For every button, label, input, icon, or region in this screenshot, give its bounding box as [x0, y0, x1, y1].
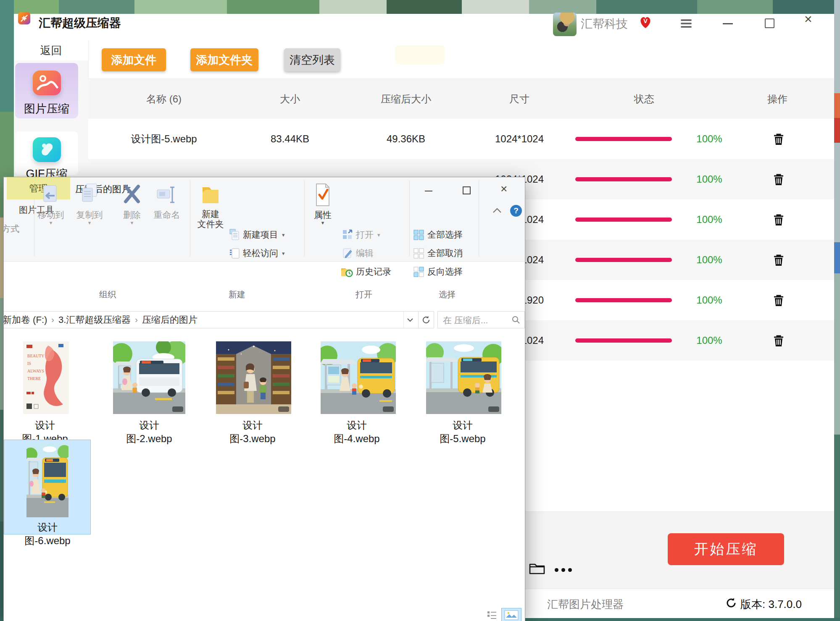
- file-thumbnail[interactable]: [113, 341, 185, 414]
- minimize-button[interactable]: [723, 23, 733, 24]
- progress-bar: [575, 258, 672, 262]
- progress-bar: [575, 177, 672, 181]
- file-name-label[interactable]: 设计图-5.webp: [435, 419, 490, 445]
- svg-text:THERE: THERE: [27, 376, 41, 381]
- account-name[interactable]: 汇帮科技: [581, 16, 628, 32]
- version-text: 版本: 3.7.0.0: [740, 597, 802, 612]
- close-button[interactable]: ×: [804, 13, 812, 25]
- rename-button[interactable]: 重命名: [149, 181, 185, 257]
- maximize-button[interactable]: [765, 18, 774, 28]
- start-compress-button[interactable]: 开始压缩: [668, 533, 784, 565]
- highlight-artifact: [395, 45, 445, 64]
- delete-button[interactable]: 删除: [114, 181, 150, 257]
- easy-access-button[interactable]: 轻松访问▾: [229, 245, 285, 262]
- move-to-button[interactable]: 移动到: [33, 181, 69, 257]
- search-box[interactable]: [437, 311, 525, 328]
- svg-text:BEAUTY: BEAUTY: [27, 354, 45, 358]
- gif-compress-icon: [33, 137, 61, 162]
- breadcrumb-separator-icon: ›: [135, 315, 138, 325]
- close-button[interactable]: ×: [500, 183, 507, 195]
- col-name: 名称 (6): [113, 79, 214, 119]
- progress-percent: 100%: [688, 199, 730, 240]
- delete-file-button[interactable]: [772, 253, 786, 267]
- desktop-wallpaper: [0, 0, 840, 14]
- help-icon[interactable]: ?: [510, 205, 522, 217]
- group-label-select: 选择: [429, 289, 465, 300]
- col-status: 状态: [602, 79, 686, 119]
- search-input[interactable]: [442, 315, 507, 326]
- file-name-label[interactable]: 设计图-2.webp: [122, 419, 176, 445]
- file-thumbnail[interactable]: [216, 341, 291, 414]
- edit-button[interactable]: 编辑: [342, 245, 374, 262]
- sidebar-item-image-compress[interactable]: 图片压缩: [15, 63, 78, 118]
- file-name-label[interactable]: 设计图-4.webp: [329, 419, 384, 445]
- col-actions: 操作: [756, 79, 798, 119]
- address-bar[interactable]: 新加卷 (F:) › 3.汇帮超级压缩器 › 压缩后的图片: [3, 311, 419, 328]
- explorer-window: 管理 压缩后的图片 × 图片工具 ? 径 捷方式 移动到 复制到: [3, 177, 525, 621]
- breadcrumb-item[interactable]: 3.汇帮超级压缩器: [54, 314, 135, 326]
- properties-button[interactable]: 属性: [305, 181, 341, 257]
- footer-brand: 汇帮图片处理器: [547, 597, 624, 612]
- select-none-icon: [413, 248, 424, 259]
- col-size: 大小: [248, 79, 332, 119]
- progress-bar: [575, 217, 672, 222]
- selected-file-item[interactable]: 设计图-6.webp: [4, 440, 91, 535]
- breadcrumb-separator-icon: ›: [51, 315, 54, 325]
- sidebar-item-gif-compress[interactable]: GIF压缩: [15, 131, 78, 175]
- select-none-button[interactable]: 全部取消: [413, 245, 463, 262]
- copy-to-button[interactable]: 复制到: [71, 181, 108, 257]
- progress-percent: 100%: [688, 320, 730, 361]
- address-dropdown-icon[interactable]: [403, 312, 416, 328]
- progress-bar: [575, 137, 672, 141]
- add-file-button[interactable]: 添加文件: [102, 48, 166, 71]
- details-view-icon[interactable]: [487, 611, 497, 620]
- thumbnail-badge: [278, 406, 289, 412]
- new-folder-button[interactable]: 新建 文件夹: [192, 181, 229, 257]
- thumbnail-view-icon[interactable]: [501, 608, 521, 621]
- paste-shortcut-button[interactable]: 捷方式: [3, 223, 19, 235]
- back-button[interactable]: 返回: [14, 40, 88, 60]
- delete-file-button[interactable]: [772, 212, 786, 227]
- search-icon: [511, 315, 520, 324]
- easy-access-icon: [229, 247, 240, 259]
- breadcrumb-item[interactable]: 新加卷 (F:): [3, 314, 51, 326]
- group-label-new: 新建: [219, 289, 255, 300]
- more-options-icon[interactable]: [555, 566, 575, 574]
- file-thumbnail[interactable]: BEAUTY IS ALWAYS THERE: [23, 341, 69, 414]
- progress-bar: [575, 338, 672, 343]
- file-thumbnail[interactable]: [321, 341, 396, 414]
- vip-badge-icon[interactable]: V: [638, 14, 653, 29]
- file-name-label[interactable]: 设计图-3.webp: [225, 419, 280, 445]
- properties-icon: [312, 183, 333, 207]
- select-all-button[interactable]: 全部选择: [413, 226, 463, 243]
- menu-icon[interactable]: [681, 18, 692, 29]
- delete-file-button[interactable]: [772, 293, 786, 307]
- avatar[interactable]: [553, 13, 577, 36]
- progress-percent: 100%: [688, 240, 730, 280]
- file-size: 83.44KB: [248, 119, 332, 159]
- maximize-button[interactable]: [463, 186, 471, 194]
- file-thumbnail: [26, 443, 68, 517]
- table-row: 设计图-5.webp 83.44KB 49.36KB 1024*1024 100…: [88, 119, 834, 159]
- clear-list-button[interactable]: 清空列表: [284, 48, 340, 71]
- add-folder-button[interactable]: 添加文件夹: [190, 48, 258, 71]
- minimize-button[interactable]: [425, 191, 432, 191]
- open-button[interactable]: 打开▾: [342, 226, 380, 243]
- open-icon: [342, 229, 353, 240]
- delete-file-button[interactable]: [772, 172, 786, 186]
- delete-file-button[interactable]: [772, 333, 786, 348]
- col-dimensions: 尺寸: [477, 79, 561, 119]
- collapse-ribbon-icon[interactable]: [492, 207, 502, 213]
- new-item-button[interactable]: 新建项目▾: [229, 226, 285, 243]
- file-thumbnail[interactable]: [426, 341, 501, 414]
- breadcrumb-item[interactable]: 压缩后的图片: [138, 314, 202, 326]
- refresh-button[interactable]: [418, 311, 434, 328]
- history-button[interactable]: 历史记录: [340, 263, 391, 280]
- check-update-icon[interactable]: [725, 597, 737, 609]
- breadcrumb: 新加卷 (F:) › 3.汇帮超级压缩器 › 压缩后的图片: [3, 314, 202, 326]
- history-icon: [340, 266, 353, 277]
- delete-file-button[interactable]: [772, 132, 786, 146]
- open-output-folder-icon[interactable]: [529, 562, 545, 575]
- invert-selection-button[interactable]: 反向选择: [413, 263, 463, 280]
- svg-text:IS: IS: [27, 361, 31, 366]
